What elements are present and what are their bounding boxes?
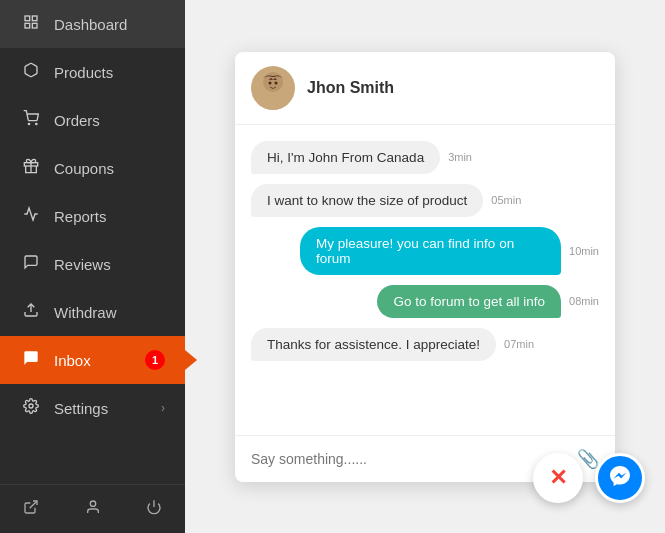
message-time: 3min [448, 151, 472, 163]
sidebar-label-orders: Orders [54, 112, 165, 129]
sidebar-item-inbox[interactable]: Inbox 1 [0, 336, 185, 384]
svg-point-5 [36, 123, 37, 124]
upload-icon [20, 302, 42, 322]
sidebar-item-coupons[interactable]: Coupons [0, 144, 185, 192]
message-bubble: I want to know the size of product [251, 184, 483, 217]
chat-header-name: Jhon Smith [307, 79, 394, 97]
gift-icon [20, 158, 42, 178]
message-row: Hi, I'm John From Canada 3min [251, 141, 599, 174]
svg-point-11 [90, 501, 95, 506]
chat-messages: Hi, I'm John From Canada 3min I want to … [235, 125, 615, 435]
sidebar-item-products[interactable]: Products [0, 48, 185, 96]
message-row: I want to know the size of product 05min [251, 184, 599, 217]
svg-point-15 [269, 81, 272, 84]
close-button[interactable]: ✕ [533, 453, 583, 503]
sidebar-label-coupons: Coupons [54, 160, 165, 177]
avatar [251, 66, 295, 110]
messenger-button[interactable] [595, 453, 645, 503]
sidebar-item-settings[interactable]: Settings › [0, 384, 185, 432]
sidebar-bottom-user[interactable] [62, 485, 124, 533]
chat-icon [20, 350, 42, 370]
sidebar-bottom [0, 484, 185, 533]
message-bubble: Hi, I'm John From Canada [251, 141, 440, 174]
chat-input[interactable] [251, 451, 569, 467]
chart-icon [20, 206, 42, 226]
message-bubble: Thanks for assistence. I appreciate! [251, 328, 496, 361]
svg-line-10 [29, 501, 36, 508]
chevron-icon: › [161, 401, 165, 415]
external-icon [23, 499, 39, 519]
sidebar-item-dashboard[interactable]: Dashboard [0, 0, 185, 48]
sidebar-label-products: Products [54, 64, 165, 81]
sidebar-item-withdraw[interactable]: Withdraw [0, 288, 185, 336]
message-row: Thanks for assistence. I appreciate! 07m… [251, 328, 599, 361]
message-bubble: My pleasure! you can find info on forum [300, 227, 561, 275]
sidebar-label-withdraw: Withdraw [54, 304, 165, 321]
message-time: 08min [569, 295, 599, 307]
svg-point-13 [257, 94, 289, 110]
sidebar: Dashboard Products Orders Coupons Report… [0, 0, 185, 533]
messenger-icon [608, 464, 632, 493]
power-icon [146, 499, 162, 519]
sidebar-label-dashboard: Dashboard [54, 16, 165, 33]
message-row: Go to forum to get all info 08min [251, 285, 599, 318]
chat-header: Jhon Smith [235, 52, 615, 125]
sidebar-item-reports[interactable]: Reports [0, 192, 185, 240]
sidebar-label-settings: Settings [54, 400, 149, 417]
sidebar-label-reports: Reports [54, 208, 165, 225]
svg-rect-0 [25, 16, 30, 21]
message-bubble: Go to forum to get all info [377, 285, 561, 318]
message-time: 07min [504, 338, 534, 350]
user-icon [85, 499, 101, 519]
message-time: 10min [569, 245, 599, 257]
svg-point-9 [29, 404, 33, 408]
sidebar-item-reviews[interactable]: Reviews [0, 240, 185, 288]
svg-rect-2 [32, 23, 37, 28]
main-area: Jhon Smith Hi, I'm John From Canada 3min… [185, 0, 665, 533]
message-time: 05min [491, 194, 521, 206]
sidebar-item-orders[interactable]: Orders [0, 96, 185, 144]
sidebar-label-inbox: Inbox [54, 352, 133, 369]
sidebar-bottom-power[interactable] [123, 485, 185, 533]
floating-buttons: ✕ [533, 453, 645, 503]
svg-point-4 [28, 123, 29, 124]
sidebar-label-reviews: Reviews [54, 256, 165, 273]
gear-icon [20, 398, 42, 418]
svg-rect-3 [25, 23, 30, 28]
grid-icon [20, 14, 42, 34]
box-icon [20, 62, 42, 82]
close-icon: ✕ [549, 465, 567, 491]
sidebar-bottom-external[interactable] [0, 485, 62, 533]
svg-point-16 [275, 81, 278, 84]
message-row: My pleasure! you can find info on forum … [251, 227, 599, 275]
cart-icon [20, 110, 42, 130]
bubble-icon [20, 254, 42, 274]
chat-window: Jhon Smith Hi, I'm John From Canada 3min… [235, 52, 615, 482]
svg-rect-1 [32, 16, 37, 21]
badge-inbox: 1 [145, 350, 165, 370]
